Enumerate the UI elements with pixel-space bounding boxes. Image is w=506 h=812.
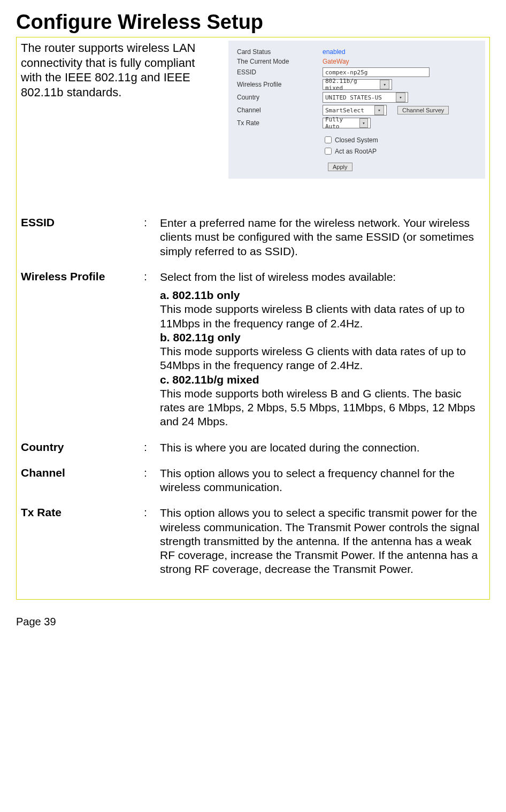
def-body: Select from the list of wireless modes a… <box>160 270 485 429</box>
act-as-rootap-label: Act as RootAP <box>335 148 377 155</box>
def-body: This option allows you to select a speci… <box>160 506 485 576</box>
content-box: The router supports wireless LAN connect… <box>16 37 490 600</box>
ss-label-essid: ESSID <box>237 68 323 76</box>
page-number: Page 39 <box>16 616 490 628</box>
ss-value-current-mode: GateWay <box>323 58 349 65</box>
def-essid: ESSID : Enter a preferred name for the w… <box>21 216 485 258</box>
chevron-down-icon: ▾ <box>359 118 368 128</box>
def-wireless-profile: Wireless Profile : Select from the list … <box>21 270 485 429</box>
ss-select-tx-rate[interactable]: Fully Auto ▾ <box>323 118 371 128</box>
intro-text: The router supports wireless LAN connect… <box>21 41 218 99</box>
definitions: ESSID : Enter a preferred name for the w… <box>21 216 485 577</box>
ss-select-value: SmartSelect <box>325 107 364 114</box>
ss-select-wireless-profile[interactable]: 802.11b/g mixed ▾ <box>323 79 392 90</box>
ss-label-tx-rate: Tx Rate <box>237 119 323 127</box>
ss-input-essid[interactable]: compex-np25g <box>323 67 430 77</box>
chevron-down-icon: ▾ <box>380 80 389 89</box>
ss-select-value: UNITED STATES-US <box>325 94 382 101</box>
def-body: This is where you are located during the… <box>160 441 485 455</box>
closed-system-label: Closed System <box>335 136 378 144</box>
def-term: Channel <box>21 466 144 495</box>
ss-label-country: Country <box>237 94 323 101</box>
profile-a-body: This mode supports wireless B clients wi… <box>160 302 485 331</box>
page-title: Configure Wireless Setup <box>16 11 490 34</box>
apply-button[interactable]: Apply <box>328 163 352 171</box>
closed-system-checkbox[interactable] <box>325 136 332 143</box>
ss-select-channel[interactable]: SmartSelect ▾ <box>323 105 387 116</box>
ss-label-current-mode: The Current Mode <box>237 58 323 65</box>
profile-c-body: This mode supports both wireless B and G… <box>160 387 485 429</box>
def-term: ESSID <box>21 216 144 258</box>
ss-select-value: Fully Auto <box>325 116 356 130</box>
profile-b-body: This mode supports wireless G clients wi… <box>160 344 485 373</box>
ss-select-country[interactable]: UNITED STATES-US ▾ <box>323 92 408 103</box>
def-channel: Channel : This option allows you to sele… <box>21 466 485 495</box>
config-screenshot: Card Status enabled The Current Mode Gat… <box>228 41 485 179</box>
def-term: Wireless Profile <box>21 270 144 429</box>
chevron-down-icon: ▾ <box>396 93 405 102</box>
def-body: Enter a preferred name for the wireless … <box>160 216 485 258</box>
def-country: Country : This is where you are located … <box>21 441 485 455</box>
def-tx-rate: Tx Rate : This option allows you to sele… <box>21 506 485 576</box>
profile-b-title: b. 802.11g only <box>160 331 241 343</box>
def-body: This option allows you to select a frequ… <box>160 466 485 495</box>
ss-label-card-status: Card Status <box>237 48 323 56</box>
ss-label-channel: Channel <box>237 106 323 114</box>
ss-value-card-status: enabled <box>323 48 346 56</box>
profile-intro: Select from the list of wireless modes a… <box>160 270 485 284</box>
channel-survey-button[interactable]: Channel Survey <box>397 106 449 114</box>
chevron-down-icon: ▾ <box>374 105 384 115</box>
ss-select-value: 802.11b/g mixed <box>325 78 377 91</box>
act-as-rootap-checkbox[interactable] <box>325 148 332 155</box>
profile-c-title: c. 802.11b/g mixed <box>160 373 259 386</box>
profile-a-title: a. 802.11b only <box>160 289 240 301</box>
ss-label-wireless-profile: Wireless Profile <box>237 81 323 88</box>
def-term: Tx Rate <box>21 506 144 576</box>
def-term: Country <box>21 441 144 455</box>
